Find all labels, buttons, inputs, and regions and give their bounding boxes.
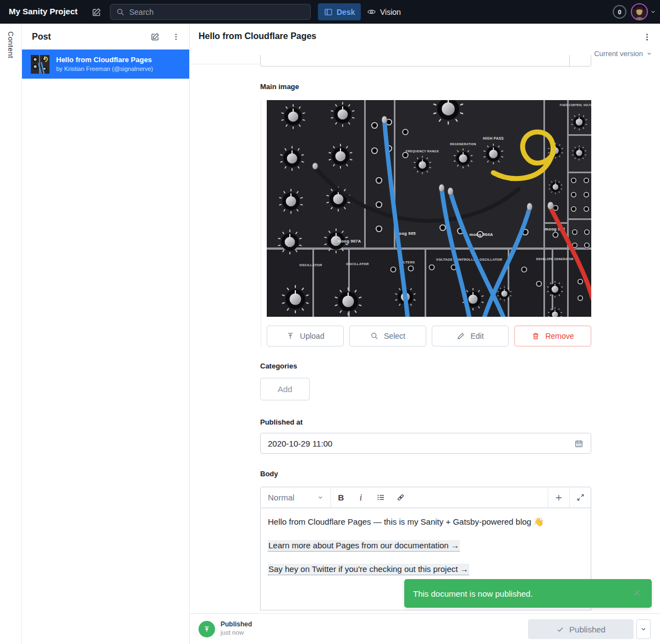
- expand-icon: [576, 493, 585, 502]
- body-paragraph: Hello from Cloudflare Pages — this is my…: [268, 516, 584, 528]
- panel-menu-button[interactable]: [169, 30, 183, 43]
- tab-desk[interactable]: Desk: [318, 3, 361, 20]
- pencil-icon: [457, 332, 465, 340]
- slug-field-partial[interactable]: [260, 55, 591, 67]
- publish-button[interactable]: Published: [528, 619, 634, 639]
- post-list-panel: Post: [22, 24, 190, 644]
- published-at-label: Published at: [260, 418, 302, 426]
- toast-close-button[interactable]: [632, 588, 643, 599]
- user-avatar[interactable]: [631, 3, 648, 20]
- kebab-icon: [172, 32, 180, 41]
- photo-label: moog 907A: [337, 239, 361, 244]
- categories-label: Categories: [260, 362, 297, 370]
- rail-tab-content[interactable]: Content: [7, 31, 15, 58]
- toast-message: This document is now published.: [413, 589, 632, 598]
- header-divider: [190, 64, 260, 64]
- upload-label: Upload: [300, 332, 324, 340]
- version-label: Current version: [594, 49, 643, 58]
- avatar-chevron-icon[interactable]: [650, 9, 656, 15]
- post-panel-header: Post: [22, 24, 189, 49]
- sanity-studio: My Sanity Project: [0, 0, 660, 644]
- search-icon: [370, 332, 379, 340]
- chevron-down-icon: [640, 626, 647, 632]
- italic-button[interactable]: i: [351, 487, 371, 508]
- photo-label: moog 904A: [469, 232, 493, 237]
- version-selector[interactable]: Current version: [594, 49, 652, 58]
- text-style-value: Normal: [268, 493, 294, 502]
- field-edge-line: [261, 100, 261, 347]
- notifications-badge[interactable]: 0: [613, 5, 626, 19]
- post-thumbnail: [31, 55, 50, 74]
- publish-toast: This document is now published.: [404, 579, 652, 608]
- post-item-subtitle: by Kristian Freeman (@signalnerve): [56, 65, 153, 73]
- bullet-list-button[interactable]: [371, 487, 391, 508]
- plus-icon: [554, 493, 563, 502]
- search-field[interactable]: [129, 8, 305, 16]
- project-title: My Sanity Project: [9, 7, 78, 16]
- compose-icon: [91, 7, 102, 18]
- slug-generate-segment[interactable]: [569, 55, 591, 66]
- bold-button[interactable]: B: [331, 487, 351, 508]
- body-link-docs[interactable]: Learn more about Pages from our document…: [268, 540, 460, 552]
- photo-label: FREQUENCY RANGE: [406, 150, 439, 153]
- chevron-down-icon: [646, 51, 652, 57]
- published-at-value: 2020-10-29 11:00: [268, 439, 574, 448]
- panel-title: Post: [32, 32, 51, 42]
- new-document-button[interactable]: [90, 5, 103, 19]
- check-icon: [556, 625, 564, 634]
- main-image-preview[interactable]: HIGH PASS FREQUENCY RANGE REGENERATION F…: [267, 100, 591, 317]
- badge-count: 0: [618, 9, 621, 15]
- body-link-twitter[interactable]: Say hey on Twitter if you're checking ou…: [268, 564, 469, 575]
- document-footer: Published just now Published: [190, 613, 660, 644]
- list-icon: [376, 493, 386, 502]
- upload-button[interactable]: Upload: [267, 326, 344, 346]
- publish-menu-button[interactable]: [636, 619, 651, 639]
- desk-columns-icon: [324, 8, 333, 16]
- publish-button-label: Published: [569, 625, 606, 634]
- photo-label: REGENERATION: [450, 142, 476, 146]
- text-style-dropdown[interactable]: Normal: [261, 487, 331, 508]
- photo-label: OSCILLATOR: [299, 263, 322, 267]
- tab-vision[interactable]: Vision: [361, 3, 407, 20]
- link-button[interactable]: [391, 487, 410, 508]
- select-label: Select: [384, 332, 405, 340]
- edit-button[interactable]: Edit: [432, 326, 509, 346]
- remove-button[interactable]: Remove: [514, 326, 591, 346]
- image-button-row: Upload Select Edit: [267, 326, 591, 346]
- kebab-icon: [642, 32, 652, 42]
- chevron-down-icon: [317, 494, 323, 500]
- fullscreen-button[interactable]: [569, 487, 591, 508]
- photo-label: FIXED CONTROL VOLTAGE: [560, 104, 591, 107]
- published-at-input[interactable]: 2020-10-29 11:00: [260, 433, 591, 454]
- insert-block-button[interactable]: [548, 487, 569, 508]
- tab-desk-label: Desk: [337, 8, 355, 16]
- editor-toolbar: Normal B i: [260, 487, 591, 508]
- eye-icon: [367, 7, 376, 16]
- published-status-icon: [199, 621, 215, 637]
- document-title: Hello from Cloudflare Pages: [199, 31, 316, 41]
- upload-icon: [286, 332, 295, 340]
- photo-label: HIGH PASS: [483, 136, 504, 140]
- add-category-button[interactable]: Add: [260, 378, 310, 400]
- document-pane: Hello from Cloudflare Pages Current vers…: [190, 24, 660, 644]
- publish-status: Published just now: [221, 620, 252, 636]
- tool-rail: Content: [0, 24, 22, 644]
- photo-label: VOLTAGE CONTROLLED OSCILLATOR: [436, 258, 503, 261]
- post-list-item-selected[interactable]: Hello from Cloudflare Pages by Kristian …: [22, 49, 189, 79]
- create-post-button[interactable]: [148, 30, 162, 43]
- main-image-label: Main image: [260, 82, 299, 91]
- document-menu-button[interactable]: [640, 30, 653, 43]
- compose-icon: [150, 32, 160, 42]
- remove-label: Remove: [545, 332, 574, 340]
- search-input[interactable]: [110, 4, 311, 20]
- link-icon: [396, 493, 405, 502]
- calendar-icon: [574, 439, 584, 448]
- publish-status-title: Published: [221, 620, 252, 628]
- post-item-title: Hello from Cloudflare Pages: [56, 55, 153, 65]
- select-button[interactable]: Select: [349, 326, 426, 346]
- photo-label: OSCILLATOR: [346, 262, 369, 266]
- edit-label: Edit: [470, 332, 483, 340]
- top-navbar: My Sanity Project: [0, 0, 660, 24]
- publish-status-time: just now: [221, 629, 252, 636]
- avatar-image: [632, 4, 647, 19]
